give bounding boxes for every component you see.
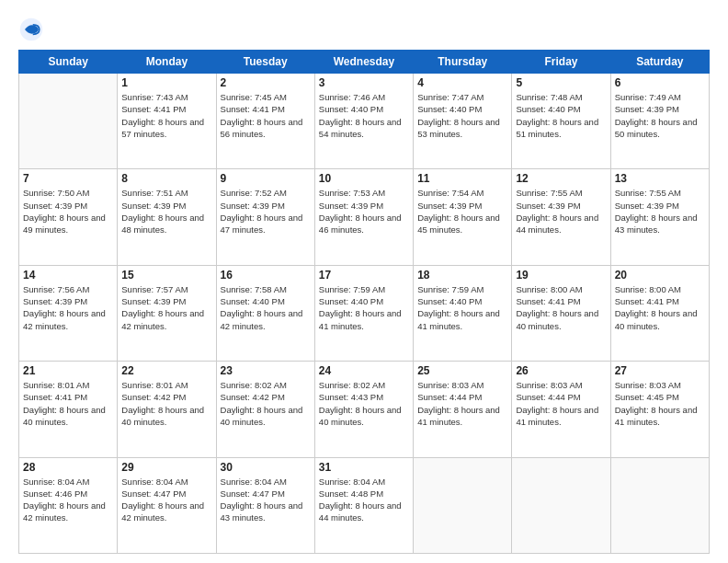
day-number: 11 xyxy=(417,172,507,185)
calendar-cell: 29 Sunrise: 8:04 AMSunset: 4:47 PMDaylig… xyxy=(118,457,216,553)
day-number: 10 xyxy=(319,172,409,185)
day-number: 24 xyxy=(319,364,409,377)
day-info: Sunrise: 7:46 AMSunset: 4:40 PMDaylight:… xyxy=(319,91,409,140)
day-number: 27 xyxy=(615,364,705,377)
calendar-cell: 26 Sunrise: 8:03 AMSunset: 4:44 PMDaylig… xyxy=(512,362,610,457)
day-number: 8 xyxy=(121,172,211,185)
calendar-week-row: 28 Sunrise: 8:04 AMSunset: 4:46 PMDaylig… xyxy=(19,457,710,553)
day-info: Sunrise: 8:01 AMSunset: 4:42 PMDaylight:… xyxy=(121,379,211,428)
calendar-cell: 5 Sunrise: 7:48 AMSunset: 4:40 PMDayligh… xyxy=(512,74,610,169)
day-info: Sunrise: 8:04 AMSunset: 4:46 PMDaylight:… xyxy=(23,476,113,524)
calendar-cell: 22 Sunrise: 8:01 AMSunset: 4:42 PMDaylig… xyxy=(118,362,216,457)
calendar-day-header: Monday xyxy=(118,51,216,74)
calendar-cell: 31 Sunrise: 8:04 AMSunset: 4:48 PMDaylig… xyxy=(314,457,413,553)
day-number: 14 xyxy=(23,269,113,282)
day-number: 1 xyxy=(121,76,211,89)
calendar-cell: 13 Sunrise: 7:55 AMSunset: 4:39 PMDaylig… xyxy=(610,169,709,265)
day-info: Sunrise: 7:50 AMSunset: 4:39 PMDaylight:… xyxy=(23,187,113,236)
calendar-header-row: SundayMondayTuesdayWednesdayThursdayFrid… xyxy=(19,51,710,74)
day-number: 7 xyxy=(23,172,113,185)
day-info: Sunrise: 7:58 AMSunset: 4:40 PMDaylight:… xyxy=(221,283,311,332)
day-number: 18 xyxy=(417,269,507,282)
day-info: Sunrise: 7:51 AMSunset: 4:39 PMDaylight:… xyxy=(121,187,211,236)
calendar-cell: 24 Sunrise: 8:02 AMSunset: 4:43 PMDaylig… xyxy=(314,362,413,457)
day-info: Sunrise: 8:00 AMSunset: 4:41 PMDaylight:… xyxy=(615,283,705,332)
day-info: Sunrise: 7:53 AMSunset: 4:39 PMDaylight:… xyxy=(319,187,409,236)
day-info: Sunrise: 7:49 AMSunset: 4:39 PMDaylight:… xyxy=(615,91,705,140)
day-info: Sunrise: 7:57 AMSunset: 4:39 PMDaylight:… xyxy=(121,283,211,332)
day-info: Sunrise: 7:59 AMSunset: 4:40 PMDaylight:… xyxy=(319,283,409,332)
calendar-cell: 12 Sunrise: 7:55 AMSunset: 4:39 PMDaylig… xyxy=(512,169,610,265)
day-number: 4 xyxy=(417,76,507,89)
calendar-cell: 15 Sunrise: 7:57 AMSunset: 4:39 PMDaylig… xyxy=(118,265,216,361)
day-info: Sunrise: 8:04 AMSunset: 4:47 PMDaylight:… xyxy=(221,476,311,524)
logo-icon xyxy=(18,17,44,42)
day-number: 30 xyxy=(221,461,311,474)
calendar-cell: 6 Sunrise: 7:49 AMSunset: 4:39 PMDayligh… xyxy=(610,74,709,169)
day-number: 26 xyxy=(516,364,606,377)
calendar-day-header: Sunday xyxy=(19,51,118,74)
day-number: 22 xyxy=(121,364,211,377)
day-number: 17 xyxy=(319,269,409,282)
day-info: Sunrise: 8:04 AMSunset: 4:47 PMDaylight:… xyxy=(121,476,211,524)
day-info: Sunrise: 7:45 AMSunset: 4:41 PMDaylight:… xyxy=(221,91,311,140)
calendar-day-header: Saturday xyxy=(610,51,709,74)
day-info: Sunrise: 7:47 AMSunset: 4:40 PMDaylight:… xyxy=(417,91,507,140)
calendar-week-row: 7 Sunrise: 7:50 AMSunset: 4:39 PMDayligh… xyxy=(19,169,710,265)
calendar-day-header: Wednesday xyxy=(314,51,413,74)
day-number: 21 xyxy=(23,364,113,377)
calendar-cell: 30 Sunrise: 8:04 AMSunset: 4:47 PMDaylig… xyxy=(216,457,314,553)
day-number: 9 xyxy=(221,172,311,185)
calendar-week-row: 21 Sunrise: 8:01 AMSunset: 4:41 PMDaylig… xyxy=(19,362,710,457)
day-number: 25 xyxy=(417,364,507,377)
day-info: Sunrise: 7:56 AMSunset: 4:39 PMDaylight:… xyxy=(23,283,113,332)
day-number: 19 xyxy=(516,269,606,282)
calendar-day-header: Tuesday xyxy=(216,51,314,74)
day-info: Sunrise: 7:48 AMSunset: 4:40 PMDaylight:… xyxy=(516,91,606,140)
day-number: 3 xyxy=(319,76,409,89)
day-info: Sunrise: 8:03 AMSunset: 4:45 PMDaylight:… xyxy=(615,379,705,428)
calendar-cell: 11 Sunrise: 7:54 AMSunset: 4:39 PMDaylig… xyxy=(414,169,512,265)
day-number: 15 xyxy=(121,269,211,282)
day-info: Sunrise: 7:52 AMSunset: 4:39 PMDaylight:… xyxy=(221,187,311,236)
logo xyxy=(18,17,48,42)
calendar-cell: 16 Sunrise: 7:58 AMSunset: 4:40 PMDaylig… xyxy=(216,265,314,361)
day-info: Sunrise: 8:02 AMSunset: 4:42 PMDaylight:… xyxy=(221,379,311,428)
day-info: Sunrise: 7:43 AMSunset: 4:41 PMDaylight:… xyxy=(121,91,211,140)
day-info: Sunrise: 8:02 AMSunset: 4:43 PMDaylight:… xyxy=(319,379,409,428)
calendar-cell: 23 Sunrise: 8:02 AMSunset: 4:42 PMDaylig… xyxy=(216,362,314,457)
header xyxy=(18,17,710,42)
day-number: 16 xyxy=(221,269,311,282)
calendar-cell: 27 Sunrise: 8:03 AMSunset: 4:45 PMDaylig… xyxy=(610,362,709,457)
day-number: 20 xyxy=(615,269,705,282)
day-info: Sunrise: 7:54 AMSunset: 4:39 PMDaylight:… xyxy=(417,187,507,236)
calendar-cell xyxy=(512,457,610,553)
day-number: 5 xyxy=(516,76,606,89)
day-number: 28 xyxy=(23,461,113,474)
calendar-cell: 25 Sunrise: 8:03 AMSunset: 4:44 PMDaylig… xyxy=(414,362,512,457)
day-number: 31 xyxy=(319,461,409,474)
day-info: Sunrise: 8:00 AMSunset: 4:41 PMDaylight:… xyxy=(516,283,606,332)
day-info: Sunrise: 8:01 AMSunset: 4:41 PMDaylight:… xyxy=(23,379,113,428)
day-info: Sunrise: 7:59 AMSunset: 4:40 PMDaylight:… xyxy=(417,283,507,332)
calendar-cell: 28 Sunrise: 8:04 AMSunset: 4:46 PMDaylig… xyxy=(19,457,118,553)
calendar-cell: 18 Sunrise: 7:59 AMSunset: 4:40 PMDaylig… xyxy=(414,265,512,361)
calendar-cell xyxy=(610,457,709,553)
calendar-cell: 1 Sunrise: 7:43 AMSunset: 4:41 PMDayligh… xyxy=(118,74,216,169)
calendar-cell: 4 Sunrise: 7:47 AMSunset: 4:40 PMDayligh… xyxy=(414,74,512,169)
day-number: 12 xyxy=(516,172,606,185)
calendar-cell: 20 Sunrise: 8:00 AMSunset: 4:41 PMDaylig… xyxy=(610,265,709,361)
calendar-cell: 2 Sunrise: 7:45 AMSunset: 4:41 PMDayligh… xyxy=(216,74,314,169)
day-number: 6 xyxy=(615,76,705,89)
calendar-cell: 14 Sunrise: 7:56 AMSunset: 4:39 PMDaylig… xyxy=(19,265,118,361)
calendar-cell xyxy=(19,74,118,169)
calendar-day-header: Thursday xyxy=(414,51,512,74)
calendar-cell xyxy=(414,457,512,553)
calendar-cell: 9 Sunrise: 7:52 AMSunset: 4:39 PMDayligh… xyxy=(216,169,314,265)
calendar-cell: 10 Sunrise: 7:53 AMSunset: 4:39 PMDaylig… xyxy=(314,169,413,265)
day-number: 23 xyxy=(221,364,311,377)
calendar-cell: 7 Sunrise: 7:50 AMSunset: 4:39 PMDayligh… xyxy=(19,169,118,265)
day-number: 2 xyxy=(221,76,311,89)
calendar-table: SundayMondayTuesdayWednesdayThursdayFrid… xyxy=(18,50,710,554)
calendar-cell: 8 Sunrise: 7:51 AMSunset: 4:39 PMDayligh… xyxy=(118,169,216,265)
